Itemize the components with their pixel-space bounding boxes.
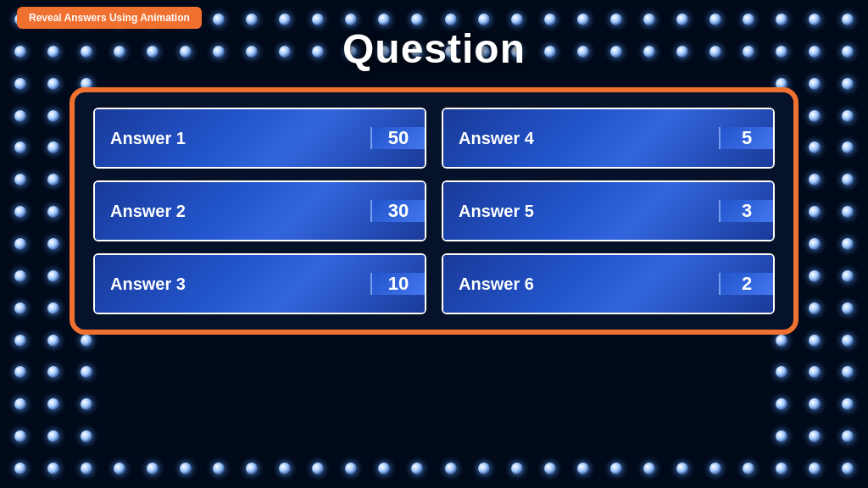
- answer-inner-4: Answer 4 5: [443, 109, 773, 167]
- answer-inner-6: Answer 6 2: [443, 255, 773, 313]
- main-content: Question Answer 1 50 Answer 4 5 Answer 2…: [0, 0, 868, 488]
- answer-card-3: Answer 3 10: [93, 253, 426, 314]
- answer-inner-1: Answer 1 50: [95, 109, 425, 167]
- answer-label-4: Answer 4: [459, 129, 719, 148]
- answer-score-6: 2: [719, 273, 773, 295]
- answer-score-2: 30: [370, 200, 425, 222]
- answer-inner-2: Answer 2 30: [95, 182, 425, 240]
- answer-card-4: Answer 4 5: [442, 108, 775, 169]
- answer-label-2: Answer 2: [110, 202, 370, 221]
- question-title: Question: [342, 25, 526, 72]
- answer-card-6: Answer 6 2: [442, 253, 775, 314]
- answer-card-1: Answer 1 50: [93, 108, 426, 169]
- answer-score-5: 3: [719, 200, 773, 222]
- answer-card-5: Answer 5 3: [442, 180, 775, 241]
- answer-inner-3: Answer 3 10: [95, 255, 425, 313]
- answer-inner-5: Answer 5 3: [443, 182, 773, 240]
- answer-card-2: Answer 2 30: [93, 180, 426, 241]
- answer-label-1: Answer 1: [110, 129, 370, 148]
- answer-label-3: Answer 3: [110, 274, 370, 294]
- answer-score-1: 50: [370, 127, 425, 149]
- answer-score-4: 5: [719, 127, 773, 149]
- answers-board: Answer 1 50 Answer 4 5 Answer 2 30 Answe…: [70, 87, 798, 335]
- answer-label-6: Answer 6: [459, 274, 719, 294]
- reveal-answers-button[interactable]: Reveal Answers Using Animation: [17, 7, 202, 29]
- answer-label-5: Answer 5: [459, 202, 719, 221]
- answer-score-3: 10: [370, 273, 425, 295]
